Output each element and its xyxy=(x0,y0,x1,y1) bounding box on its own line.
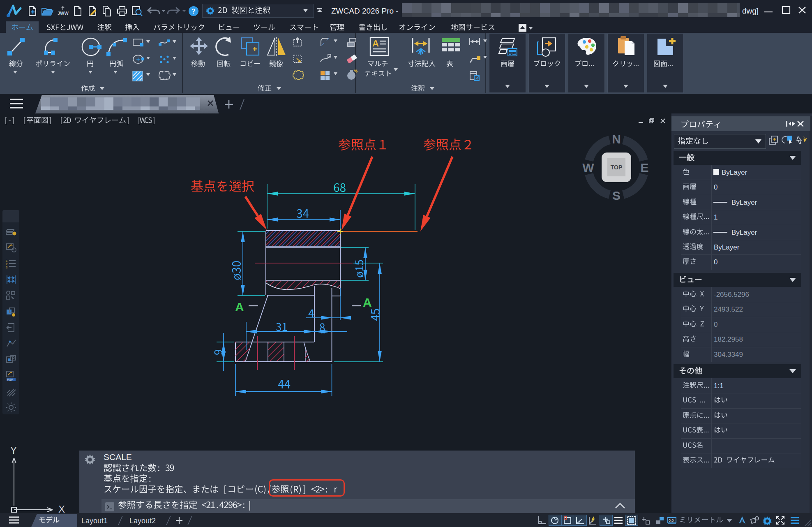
svg-text:JWW: JWW xyxy=(58,11,69,16)
svg-text:A: A xyxy=(372,38,379,49)
svg-text:Y: Y xyxy=(10,445,17,456)
svg-text:?: ? xyxy=(191,8,196,15)
svg-text:PGP: PGP xyxy=(7,378,13,381)
svg-text:0.0: 0.0 xyxy=(669,518,674,522)
svg-text:S: S xyxy=(612,189,621,202)
svg-text:TOP: TOP xyxy=(611,164,623,171)
svg-text:X: X xyxy=(58,504,65,515)
svg-text:W: W xyxy=(582,161,594,174)
svg-text:3: 3 xyxy=(6,266,8,269)
svg-text:E: E xyxy=(640,161,648,174)
svg-text:N: N xyxy=(612,132,621,146)
